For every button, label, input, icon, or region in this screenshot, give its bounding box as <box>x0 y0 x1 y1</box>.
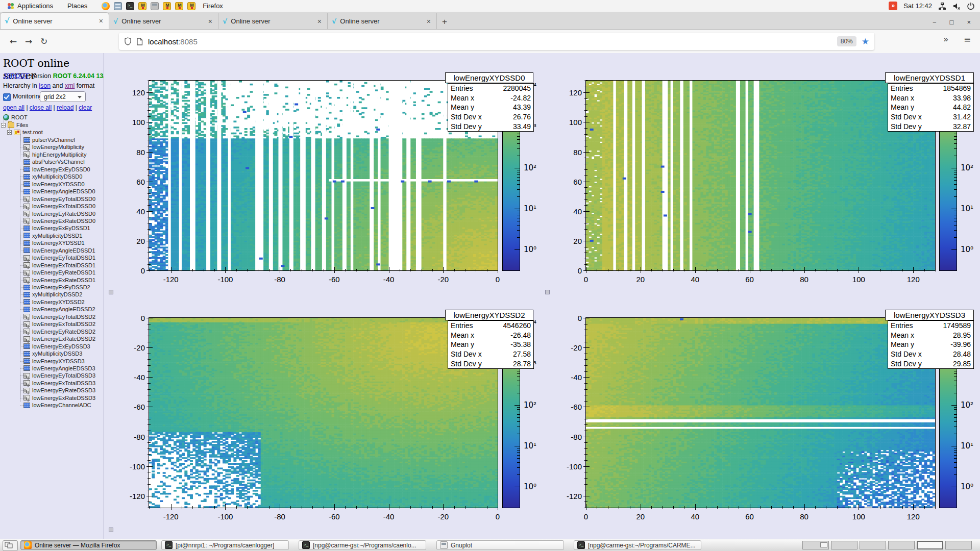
plot-frame[interactable] <box>586 318 935 508</box>
heatmap-canvas-lowEnergyXYDSSD3[interactable] <box>586 318 935 508</box>
minimize-button[interactable]: − <box>933 18 937 26</box>
stats-pave-lowEnergyXYDSSD3[interactable]: Entries1749589Mean x28.95Mean y-39.96Std… <box>888 320 974 369</box>
applications-menu[interactable]: Applications <box>0 0 60 12</box>
stats-pave-lowEnergyXYDSSD0[interactable]: Entries2280045Mean x-24.82Mean y43.39Std… <box>448 83 534 132</box>
close-all-link[interactable]: close all <box>30 104 52 111</box>
tree-item-lowEnergyChannelADC[interactable]: lowEnergyChannelADC <box>23 402 91 409</box>
heatmap-canvas-lowEnergyXYDSSD2[interactable] <box>149 318 498 508</box>
tree-item-lowEnergyExEyDSSD2[interactable]: lowEnergyExEyDSSD2 <box>23 284 90 291</box>
toolbar-overflow-button[interactable]: » <box>943 34 948 44</box>
taskbar-button-3[interactable]: [npg@carme-gsi:~/Programs/caenlo... <box>299 540 426 550</box>
tab-online-server-1[interactable]: √Online server× <box>0 12 109 29</box>
tree-item-lowEnergyExTotalDSSD1[interactable]: lowEnergyExTotalDSSD1 <box>23 262 95 269</box>
taskbar-button-4[interactable]: Gnuplot <box>436 540 564 550</box>
firefox-launcher-icon[interactable] <box>102 2 110 10</box>
shield-icon[interactable] <box>124 37 132 45</box>
tree-item-xyMultiplicityDSSD3[interactable]: xyMultiplicityDSSD3 <box>23 350 82 357</box>
taskbar-button-2[interactable]: [pi@nnrpi1: ~/Programs/caenlogger] <box>161 540 289 550</box>
tree-item-lowEnergyExRateDSSD1[interactable]: lowEnergyExRateDSSD1 <box>23 277 95 284</box>
tree-item-lowEnergyEyTotalDSSD2[interactable]: lowEnergyEyTotalDSSD2 <box>23 313 95 320</box>
xml-link[interactable]: xml <box>65 82 75 89</box>
tab-close-icon[interactable]: × <box>316 17 323 26</box>
tree-item-lowEnergyMultiplicity[interactable]: lowEnergyMultiplicity <box>23 143 84 151</box>
tree-item-lowEnergyEyRateDSSD1[interactable]: lowEnergyEyRateDSSD1 <box>23 269 95 276</box>
plot-frame[interactable] <box>586 81 935 270</box>
tree-item-lowEnergyEyTotalDSSD0[interactable]: lowEnergyEyTotalDSSD0 <box>23 195 95 203</box>
midas-launcher-icon[interactable] <box>163 2 171 10</box>
stats-pave-lowEnergyXYDSSD1[interactable]: Entries1854869Mean x33.98Mean y44.82Std … <box>888 83 974 132</box>
hamburger-menu-button[interactable]: ≡ <box>964 34 971 44</box>
pad-resize-handle[interactable] <box>545 290 550 294</box>
zoom-level-badge[interactable]: 80% <box>837 36 856 46</box>
tab-online-server-2[interactable]: √Online server× <box>109 13 218 29</box>
volume-muted-icon[interactable] <box>952 2 961 10</box>
title-pave-lowEnergyXYDSSD3[interactable]: lowEnergyXYDSSD3 <box>885 310 974 320</box>
network-icon[interactable] <box>938 2 946 10</box>
heatmap-canvas-lowEnergyXYDSSD1[interactable] <box>586 81 935 270</box>
terminal-launcher-icon[interactable] <box>126 2 134 10</box>
tree-item-xyMultiplicityDSSD0[interactable]: xyMultiplicityDSSD0 <box>23 173 82 180</box>
midas-launcher-icon[interactable] <box>138 2 146 10</box>
taskbar-button-1[interactable]: Online server — Mozilla Firefox <box>20 540 157 550</box>
power-icon[interactable] <box>967 2 975 10</box>
tree-item-lowEnergyExEyDSSD1[interactable]: lowEnergyExEyDSSD1 <box>23 224 90 232</box>
taskbar-button-5[interactable]: [npg@carme-gsi:~/Programs/CARME... <box>574 540 701 550</box>
back-button[interactable]: ← <box>6 34 20 48</box>
plot-frame[interactable] <box>149 318 498 508</box>
tree-item-pulserVsChannel[interactable]: pulserVsChannel <box>23 136 75 143</box>
tree-item-lowEnergyExRateDSSD2[interactable]: lowEnergyExRateDSSD2 <box>23 335 95 342</box>
tree-item-lowEnergyExTotalDSSD2[interactable]: lowEnergyExTotalDSSD2 <box>23 320 95 328</box>
heatmap-canvas-lowEnergyXYDSSD0[interactable] <box>149 81 498 270</box>
tree-item-absPulserVsChannel[interactable]: absPulserVsChannel <box>23 158 85 165</box>
tree-item-lowEnergyEyRateDSSD0[interactable]: lowEnergyEyRateDSSD0 <box>23 210 95 217</box>
tab-close-icon[interactable]: × <box>97 17 105 25</box>
tree-item-lowEnergyAngleEDSSD3[interactable]: lowEnergyAngleEDSSD3 <box>23 365 95 372</box>
tree-item-lowEnergyExEyDSSD3[interactable]: lowEnergyExEyDSSD3 <box>23 343 90 350</box>
midas-launcher-icon[interactable] <box>187 2 195 10</box>
tree-item-test-root[interactable]: test.root <box>7 129 43 136</box>
jsroot-link[interactable]: JSROOT <box>3 72 29 80</box>
pad-resize-handle[interactable] <box>109 290 113 294</box>
new-tab-button[interactable]: + <box>437 17 452 29</box>
pad-resize-handle[interactable] <box>109 528 113 532</box>
tree-item-xyMultiplicityDSSD2[interactable]: xyMultiplicityDSSD2 <box>23 291 82 298</box>
json-link[interactable]: json <box>39 82 51 89</box>
midas-launcher-icon[interactable] <box>175 2 183 10</box>
stats-pave-lowEnergyXYDSSD2[interactable]: Entries4546260Mean x-26.48Mean y-35.38St… <box>448 320 534 369</box>
tab-online-server-4[interactable]: √Online server× <box>328 13 437 29</box>
workspace-cell-4[interactable] <box>888 541 915 549</box>
clock[interactable]: Sat 12:42 <box>903 2 932 10</box>
monitoring-checkbox[interactable] <box>3 93 11 101</box>
title-pave-lowEnergyXYDSSD2[interactable]: lowEnergyXYDSSD2 <box>445 310 533 320</box>
firefox-menu[interactable]: Firefox <box>195 0 230 12</box>
page-info-icon[interactable] <box>136 38 143 45</box>
clear-link[interactable]: clear <box>79 104 92 111</box>
tree-item-lowEnergyExTotalDSSD3[interactable]: lowEnergyExTotalDSSD3 <box>23 380 95 387</box>
workspace-cell-1[interactable] <box>802 541 829 549</box>
places-menu[interactable]: Places <box>60 0 94 12</box>
title-pave-lowEnergyXYDSSD1[interactable]: lowEnergyXYDSSD1 <box>885 72 974 83</box>
tree-item-lowEnergyXYDSSD2[interactable]: lowEnergyXYDSSD2 <box>23 298 85 306</box>
plot-frame[interactable] <box>149 81 498 270</box>
tree-item-xyMultiplicityDSSD1[interactable]: xyMultiplicityDSSD1 <box>23 232 82 239</box>
tree-item-lowEnergyXYDSSD3[interactable]: lowEnergyXYDSSD3 <box>23 358 85 365</box>
bookmark-star-icon[interactable]: ★ <box>862 36 869 46</box>
tree-item-lowEnergyXYDSSD0[interactable]: lowEnergyXYDSSD0 <box>23 181 85 188</box>
title-pave-lowEnergyXYDSSD0[interactable]: lowEnergyXYDSSD0 <box>445 72 533 83</box>
tree-item-lowEnergyEyRateDSSD3[interactable]: lowEnergyEyRateDSSD3 <box>23 387 95 394</box>
tree-item-lowEnergyEyTotalDSSD1[interactable]: lowEnergyEyTotalDSSD1 <box>23 254 95 261</box>
tab-close-icon[interactable]: × <box>425 17 432 26</box>
tree-item-lowEnergyAngleEDSSD1[interactable]: lowEnergyAngleEDSSD1 <box>23 247 95 254</box>
file-manager-launcher-icon[interactable] <box>114 2 122 10</box>
tree-item-lowEnergyExTotalDSSD0[interactable]: lowEnergyExTotalDSSD0 <box>23 203 95 210</box>
workspace-cell-2[interactable] <box>831 541 857 549</box>
workspace-cell-5[interactable] <box>917 541 943 549</box>
reload-link[interactable]: reload <box>57 104 74 111</box>
tree-item-lowEnergyExRateDSSD0[interactable]: lowEnergyExRateDSSD0 <box>23 217 95 224</box>
window-switcher-icon[interactable] <box>3 540 18 551</box>
tab-close-icon[interactable]: × <box>207 17 214 26</box>
maximize-button[interactable]: □ <box>950 18 954 26</box>
tree-item-lowEnergyAngleEDSSD0[interactable]: lowEnergyAngleEDSSD0 <box>23 188 95 195</box>
tree-item-highEnergyMultiplicity[interactable]: highEnergyMultiplicity <box>23 151 86 158</box>
tree-item-root[interactable]: ROOT <box>3 114 28 121</box>
